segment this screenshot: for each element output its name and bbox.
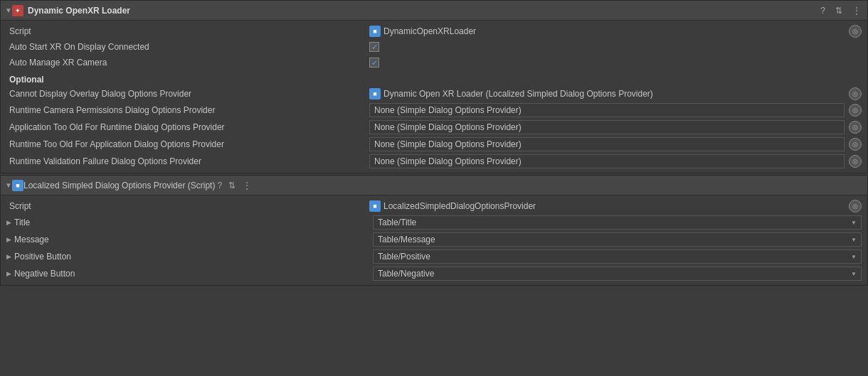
- negative-expand-arrow[interactable]: ▶: [6, 270, 11, 277]
- panel1-dots-icon[interactable]: ⋮: [850, 6, 863, 16]
- panel2-header-icons: ? ⇅ ⋮: [215, 181, 253, 190]
- script-value: ■ DynamicOpenXRLoader ◎: [369, 25, 862, 38]
- cannot-display-value: ■ Dynamic Open XR Loader (Localized Simp…: [369, 87, 862, 100]
- optional-header-row: Optional: [1, 70, 867, 86]
- runtime-too-old-field[interactable]: None (Simple Dialog Options Provider): [369, 137, 845, 151]
- runtime-camera-value: None (Simple Dialog Options Provider) ◎: [369, 103, 862, 117]
- auto-manage-checkbox[interactable]: ✓: [369, 58, 379, 68]
- panel2-header: ▼ ■ Localized Simpled Dialog Options Pro…: [1, 176, 867, 195]
- script-icon: ■: [369, 26, 381, 37]
- panel2-script-row: Script ■ LocalizedSimpledDialogOptionsPr…: [1, 198, 867, 214]
- panel2-icon: ■: [12, 180, 23, 191]
- runtime-validation-label: Runtime Validation Failure Dialog Option…: [6, 156, 369, 166]
- runtime-camera-circle-btn[interactable]: ◎: [849, 104, 862, 117]
- panel2-script-label: Script: [6, 201, 369, 211]
- panel2-script-ref: ■ LocalizedSimpledDialogOptionsProvider: [369, 200, 845, 212]
- panel1-help-icon[interactable]: ?: [818, 6, 827, 16]
- script-row: Script ■ DynamicOpenXRLoader ◎: [1, 23, 867, 39]
- script-label: Script: [6, 26, 369, 36]
- runtime-too-old-value: None (Simple Dialog Options Provider) ◎: [369, 137, 862, 151]
- panel-localized-dialog: ▼ ■ Localized Simpled Dialog Options Pro…: [0, 175, 868, 286]
- runtime-camera-row: Runtime Camera Permissions Dialog Option…: [1, 102, 867, 119]
- panel2-content: Script ■ LocalizedSimpledDialogOptionsPr…: [1, 195, 867, 285]
- panel2-dots-icon[interactable]: ⋮: [240, 181, 253, 190]
- runtime-validation-text: None (Simple Dialog Options Provider): [374, 156, 522, 166]
- app-too-old-circle-btn[interactable]: ◎: [849, 121, 862, 134]
- runtime-camera-label: Runtime Camera Permissions Dialog Option…: [6, 105, 369, 115]
- app-too-old-row: Application Too Old For Runtime Dialog O…: [1, 119, 867, 136]
- auto-start-checkbox[interactable]: ✓: [369, 42, 379, 52]
- message-row: ▶ Message Table/Message: [1, 231, 867, 248]
- panel1-icon: ✦: [12, 5, 23, 16]
- message-dropdown[interactable]: Table/Message: [373, 232, 862, 247]
- runtime-too-old-text: None (Simple Dialog Options Provider): [374, 139, 522, 149]
- title-dropdown[interactable]: Table/Title: [373, 215, 862, 230]
- positive-expand-arrow[interactable]: ▶: [6, 253, 11, 260]
- runtime-camera-field[interactable]: None (Simple Dialog Options Provider): [369, 103, 845, 117]
- cannot-display-row: Cannot Display Overlay Dialog Options Pr…: [1, 86, 867, 102]
- runtime-camera-text: None (Simple Dialog Options Provider): [374, 105, 522, 115]
- runtime-validation-row: Runtime Validation Failure Dialog Option…: [1, 153, 867, 170]
- script-circle-btn[interactable]: ◎: [849, 25, 862, 38]
- auto-start-row: Auto Start XR On Display Connected ✓: [1, 39, 867, 55]
- cannot-display-text: Dynamic Open XR Loader (Localized Simple…: [383, 89, 653, 99]
- positive-dropdown-text: Table/Positive: [378, 252, 430, 262]
- panel1-content: Script ■ DynamicOpenXRLoader ◎ Auto Star…: [1, 21, 867, 173]
- runtime-too-old-label: Runtime Too Old For Application Dialog O…: [6, 139, 369, 149]
- panel2-script-value: ■ LocalizedSimpledDialogOptionsProvider …: [369, 200, 862, 213]
- panel1-header-icons: ? ⇅ ⋮: [818, 6, 863, 16]
- positive-dropdown[interactable]: Table/Positive: [373, 249, 862, 264]
- auto-manage-row: Auto Manage XR Camera ✓: [1, 55, 867, 70]
- panel2-title: Localized Simpled Dialog Options Provide…: [23, 181, 215, 190]
- negative-value: Table/Negative: [373, 267, 862, 281]
- message-dropdown-text: Table/Message: [378, 235, 435, 245]
- cannot-display-label: Cannot Display Overlay Dialog Options Pr…: [6, 89, 369, 99]
- cannot-display-circle-btn[interactable]: ◎: [849, 87, 862, 100]
- message-label: Message: [14, 235, 373, 245]
- title-value: Table/Title: [373, 215, 862, 230]
- optional-label: Optional: [6, 72, 369, 85]
- runtime-validation-value: None (Simple Dialog Options Provider) ◎: [369, 154, 862, 168]
- panel-dynamic-openxr-loader: ▼ ✦ Dynamic OpenXR Loader ? ⇅ ⋮ Script ■…: [0, 0, 868, 173]
- title-dropdown-text: Table/Title: [378, 217, 416, 227]
- positive-label: Positive Button: [14, 252, 373, 262]
- app-too-old-label: Application Too Old For Runtime Dialog O…: [6, 122, 369, 132]
- panel2-help-icon[interactable]: ?: [215, 181, 224, 190]
- runtime-validation-field[interactable]: None (Simple Dialog Options Provider): [369, 154, 845, 168]
- app-too-old-field[interactable]: None (Simple Dialog Options Provider): [369, 120, 845, 134]
- app-too-old-text: None (Simple Dialog Options Provider): [374, 122, 522, 132]
- panel1-title: Dynamic OpenXR Loader: [28, 6, 818, 16]
- panel2-script-circle-btn[interactable]: ◎: [849, 200, 862, 213]
- script-filename: DynamicOpenXRLoader: [383, 26, 476, 36]
- auto-manage-value: ✓: [369, 58, 862, 68]
- message-expand-arrow[interactable]: ▶: [6, 236, 11, 243]
- panel2-collapse-arrow[interactable]: ▼: [5, 182, 12, 189]
- negative-label: Negative Button: [14, 269, 373, 279]
- runtime-too-old-circle-btn[interactable]: ◎: [849, 138, 862, 151]
- cannot-display-icon: ■: [369, 88, 381, 100]
- auto-start-label: Auto Start XR On Display Connected: [6, 42, 369, 52]
- title-row: ▶ Title Table/Title: [1, 214, 867, 231]
- title-label: Title: [14, 217, 373, 227]
- negative-dropdown[interactable]: Table/Negative: [373, 267, 862, 281]
- panel1-sliders-icon[interactable]: ⇅: [833, 6, 845, 16]
- message-value: Table/Message: [373, 232, 862, 247]
- runtime-validation-circle-btn[interactable]: ◎: [849, 155, 862, 168]
- auto-start-value: ✓: [369, 42, 862, 52]
- panel1-header: ▼ ✦ Dynamic OpenXR Loader ? ⇅ ⋮: [1, 1, 867, 21]
- panel1-collapse-arrow[interactable]: ▼: [5, 7, 12, 14]
- panel2-sliders-icon[interactable]: ⇅: [226, 181, 238, 190]
- cannot-display-ref: ■ Dynamic Open XR Loader (Localized Simp…: [369, 88, 845, 100]
- script-ref: ■ DynamicOpenXRLoader: [369, 26, 845, 37]
- panel2-script-filename: LocalizedSimpledDialogOptionsProvider: [383, 201, 536, 211]
- auto-manage-label: Auto Manage XR Camera: [6, 58, 369, 68]
- title-expand-arrow[interactable]: ▶: [6, 219, 11, 226]
- negative-button-row: ▶ Negative Button Table/Negative: [1, 265, 867, 282]
- panel2-script-icon: ■: [369, 200, 381, 212]
- runtime-too-old-row: Runtime Too Old For Application Dialog O…: [1, 136, 867, 153]
- positive-value: Table/Positive: [373, 249, 862, 264]
- negative-dropdown-text: Table/Negative: [378, 269, 434, 279]
- app-too-old-value: None (Simple Dialog Options Provider) ◎: [369, 120, 862, 134]
- positive-button-row: ▶ Positive Button Table/Positive: [1, 248, 867, 265]
